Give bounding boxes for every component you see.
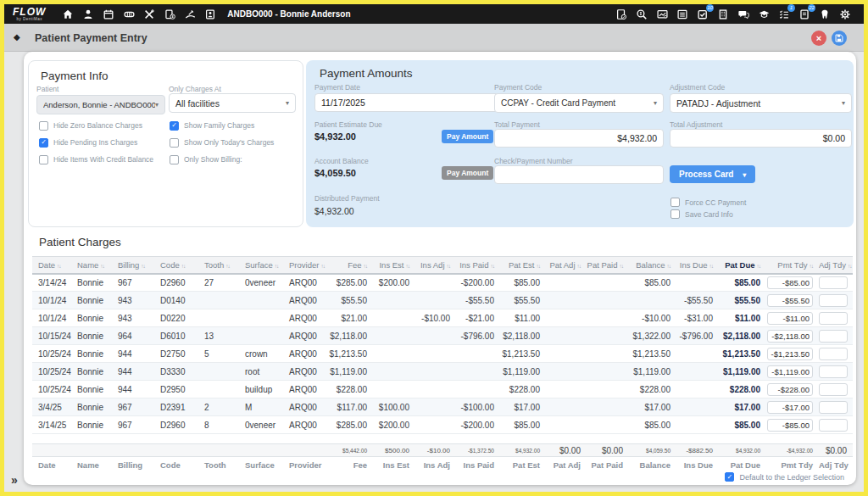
checkbox-box[interactable]	[170, 138, 179, 148]
total-payment-input[interactable]: $4,932.00	[494, 129, 664, 148]
sort-icon[interactable]: ↑↓	[447, 263, 451, 269]
patient-icon[interactable]	[78, 4, 98, 24]
sort-icon[interactable]: ↑↓	[709, 263, 714, 269]
adj-tdy-input[interactable]	[819, 365, 848, 378]
charge-row[interactable]: 10/25/24Bonnie944D3330rootARQ00$1,119.00…	[32, 363, 853, 381]
pmt-tdy-input[interactable]	[767, 312, 813, 325]
current-patient-label[interactable]: ANDBO000 - Bonnie Anderson	[227, 9, 350, 19]
column-header[interactable]: Fee↑↓	[326, 257, 373, 274]
adj-tdy-input[interactable]	[819, 276, 848, 289]
charge-row[interactable]: 10/15/24Bonnie964D601013ARQ00$2,118.00-$…	[32, 327, 853, 345]
adj-tdy-input[interactable]	[819, 419, 848, 432]
column-header[interactable]: Surface↑↓	[239, 257, 283, 274]
column-header[interactable]: Ins Due↑↓	[676, 257, 719, 274]
sort-icon[interactable]: ↑↓	[100, 263, 104, 269]
sort-icon[interactable]: ↑↓	[620, 263, 624, 269]
payment-hand-icon[interactable]	[180, 4, 200, 24]
documents-icon[interactable]: 22	[794, 4, 815, 24]
adj-tdy-input[interactable]	[819, 383, 848, 396]
column-header[interactable]: Balance↑↓	[629, 257, 676, 274]
charge-row[interactable]: 10/25/24Bonnie944D27505crownARQ00$1,213.…	[32, 345, 853, 363]
pmt-tdy-input[interactable]	[767, 365, 813, 378]
adj-tdy-input[interactable]	[819, 294, 848, 307]
column-header[interactable]: Ins Paid↑↓	[456, 257, 500, 274]
column-header[interactable]: Billing↑↓	[112, 257, 154, 274]
pay-balance-button[interactable]: Pay Amount	[442, 166, 493, 180]
adj-tdy-input[interactable]	[819, 348, 848, 360]
imaging-icon[interactable]	[652, 4, 672, 24]
flow-logo[interactable]: FLOW by DentiMax	[13, 7, 46, 22]
pmt-tdy-input[interactable]	[767, 330, 813, 343]
sort-icon[interactable]: ↑↓	[320, 263, 325, 269]
pay-estimate-button[interactable]: Pay Amount	[442, 130, 493, 143]
column-header[interactable]: Name↑↓	[71, 257, 112, 274]
checkbox-box[interactable]	[170, 155, 179, 164]
filter-checkbox[interactable]: ✓Show Family Charges	[170, 121, 274, 131]
column-header[interactable]: Pat Due↑↓	[719, 257, 766, 274]
tasks-icon[interactable]: 10	[693, 4, 713, 24]
save-card-info-checkbox[interactable]: Save Card Info	[670, 209, 733, 219]
filter-checkbox[interactable]: ✓Hide Pending Ins Charges	[39, 138, 170, 148]
home-icon[interactable]	[58, 4, 78, 24]
sort-icon[interactable]: ↑↓	[810, 263, 814, 269]
tooth-icon[interactable]	[815, 4, 835, 24]
checkbox-box[interactable]	[670, 209, 680, 219]
column-header[interactable]: Pat Paid↑↓	[587, 257, 629, 274]
filter-checkbox[interactable]: Hide Zero Balance Charges	[39, 121, 170, 131]
charge-row[interactable]: 3/4/25Bonnie967D23912MARQ00$117.00$100.0…	[32, 398, 853, 416]
sort-icon[interactable]: ↑↓	[848, 263, 852, 269]
checkbox-box[interactable]	[670, 198, 680, 207]
sort-icon[interactable]: ↑↓	[275, 263, 279, 269]
column-header[interactable]: Adj Tdy↑↓	[819, 257, 853, 274]
filter-checkbox[interactable]: Only Show Billing:	[170, 155, 274, 164]
adj-tdy-input[interactable]	[819, 330, 848, 343]
save-button[interactable]	[832, 31, 847, 46]
column-header[interactable]: Provider↑↓	[283, 257, 326, 274]
contacts-icon[interactable]	[200, 4, 220, 24]
expand-panel-chevron[interactable]: »	[11, 473, 18, 487]
pmt-tdy-input[interactable]	[767, 383, 813, 396]
checklist-icon[interactable]: 1	[774, 4, 794, 24]
adj-tdy-input[interactable]	[819, 401, 848, 414]
sort-icon[interactable]: ↑↓	[577, 263, 581, 269]
payment-code-select[interactable]: CCPAY - Credit Card Payment ▾	[494, 93, 664, 113]
column-header[interactable]: Pat Adj↑↓	[546, 257, 587, 274]
sort-icon[interactable]: ↑↓	[225, 263, 230, 269]
check-payment-number-input[interactable]	[494, 165, 664, 184]
checkbox-box[interactable]: ✓	[725, 472, 734, 482]
pmt-tdy-input[interactable]	[767, 294, 813, 307]
charge-row[interactable]: 10/1/24Bonnie943D0220ARQ00$21.00-$10.00-…	[32, 309, 853, 327]
diamond-icon[interactable]: ◆	[14, 32, 20, 42]
messages-icon[interactable]	[733, 4, 754, 24]
column-header[interactable]: Pmt Tdy↑↓	[766, 257, 819, 274]
column-header[interactable]: Code↑↓	[154, 257, 198, 274]
total-adjustment-input[interactable]: $0.00	[670, 129, 852, 148]
claims-check-icon[interactable]	[611, 4, 632, 24]
default-ledger-checkbox[interactable]: ✓ Default to the Ledger Selection	[725, 472, 844, 482]
reports-list-icon[interactable]	[672, 4, 693, 24]
office-building-icon[interactable]	[713, 4, 733, 24]
sort-icon[interactable]: ↑↓	[667, 263, 671, 269]
checkbox-box[interactable]: ✓	[39, 138, 48, 148]
filter-checkbox[interactable]: Hide Items With Credit Balance	[39, 155, 170, 164]
sort-icon[interactable]: ↑↓	[57, 263, 61, 269]
settings-gear-icon[interactable]	[835, 4, 855, 24]
close-button[interactable]: ×	[811, 31, 826, 46]
clinical-tools-icon[interactable]	[139, 4, 159, 24]
column-header[interactable]: Ins Est↑↓	[373, 257, 415, 274]
column-header[interactable]: Ins Adj↑↓	[415, 257, 456, 274]
process-card-button[interactable]: Process Card ▾	[670, 165, 755, 183]
adjustment-code-select[interactable]: PATADJ - Adjustment ▾	[670, 93, 852, 113]
search-dollar-icon[interactable]	[632, 4, 652, 24]
checkbox-box[interactable]	[39, 121, 48, 131]
sort-icon[interactable]: ↑↓	[364, 263, 368, 269]
facility-select[interactable]: All facilities ▾	[169, 93, 296, 113]
charge-row[interactable]: 10/1/24Bonnie943D0140ARQ00$55.50-$55.50$…	[32, 292, 853, 309]
education-cap-icon[interactable]	[754, 4, 774, 24]
patient-select[interactable]: Anderson, Bonnie - ANDBO000 ▾	[36, 95, 165, 114]
dental-chart-icon[interactable]	[119, 4, 139, 24]
sort-icon[interactable]: ↑↓	[181, 263, 186, 269]
column-header[interactable]: Pat Est↑↓	[500, 257, 546, 274]
sort-icon[interactable]: ↑↓	[141, 263, 145, 269]
force-cc-payment-checkbox[interactable]: Force CC Payment	[670, 198, 746, 207]
